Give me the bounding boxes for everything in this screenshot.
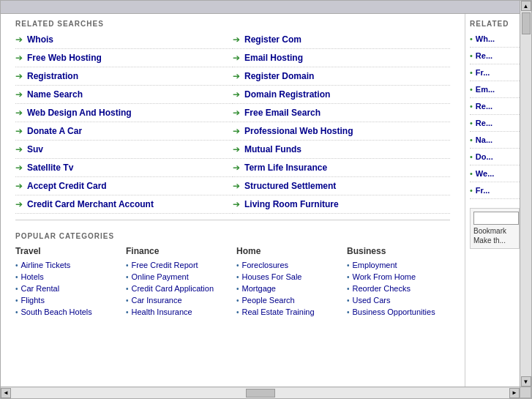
list-item: Used Cars: [347, 294, 450, 306]
real-estate-training-link[interactable]: Real Estate Training: [242, 307, 315, 316]
list-item: Online Payment: [126, 271, 229, 283]
employment-link[interactable]: Employment: [353, 261, 397, 269]
arrow-icon: ➔: [233, 144, 240, 154]
right-related-header: RELATED: [470, 14, 520, 31]
list-item: Hotels: [15, 271, 119, 283]
registration-link[interactable]: Registration: [27, 71, 78, 81]
south-beach-hotels-link[interactable]: South Beach Hotels: [21, 307, 92, 316]
list-item: People Search: [236, 294, 340, 306]
scroll-track: [11, 388, 509, 398]
mortgage-link[interactable]: Mortgage: [242, 284, 276, 293]
donate-car-link[interactable]: Donate A Car: [27, 126, 82, 136]
arrow-icon: ➔: [15, 34, 23, 45]
living-room-furniture-link[interactable]: Living Room Furniture: [244, 199, 339, 209]
term-life-insurance-link[interactable]: Term Life Insurance: [244, 163, 327, 173]
right-fr-link[interactable]: Fr...: [476, 68, 490, 77]
business-list: Employment Work From Home Reorder Checks…: [347, 259, 450, 318]
arrow-icon: ➔: [15, 126, 23, 136]
categories-grid: Travel Airline Tickets Hotels Car Rental…: [15, 246, 450, 318]
bookmark-box: Bookmark Make th...: [470, 208, 520, 249]
list-item: Credit Card Application: [126, 283, 229, 294]
mutual-funds-link[interactable]: Mutual Funds: [244, 144, 301, 154]
professional-web-hosting-link[interactable]: Professional Web Hosting: [244, 126, 353, 136]
work-from-home-link[interactable]: Work From Home: [353, 272, 416, 281]
bookmark-label: Bookmark Make th...: [473, 226, 516, 245]
list-item: Work From Home: [347, 271, 450, 283]
arrow-icon: •: [470, 68, 473, 77]
foreclosures-link[interactable]: Foreclosures: [242, 261, 289, 269]
arrow-icon: •: [470, 34, 473, 43]
suv-link[interactable]: Suv: [27, 144, 43, 154]
browser-window: RELATED SEARCHES ➔ Whois ➔ Free Web Host…: [0, 0, 532, 399]
used-cars-link[interactable]: Used Cars: [353, 296, 391, 305]
accept-credit-card-link[interactable]: Accept Credit Card: [27, 181, 107, 191]
vertical-scrollbar[interactable]: ▲ ▼: [520, 1, 531, 387]
people-search-link[interactable]: People Search: [242, 296, 295, 305]
free-credit-report-link[interactable]: Free Credit Report: [132, 261, 198, 269]
right-fr2-link[interactable]: Fr...: [476, 186, 490, 195]
whois-link[interactable]: Whois: [27, 34, 53, 45]
credit-card-merchant-link[interactable]: Credit Card Merchant Account: [27, 199, 154, 209]
right-re3-link[interactable]: Re...: [476, 119, 492, 127]
reorder-checks-link[interactable]: Reorder Checks: [353, 284, 411, 293]
list-item: ➔ Suv: [15, 141, 233, 159]
satellite-tv-link[interactable]: Satellite Tv: [27, 163, 73, 173]
business-opportunities-link[interactable]: Business Opportunities: [353, 307, 435, 316]
related-searches-header: RELATED SEARCHES: [1, 14, 465, 31]
home-list: Foreclosures Houses For Sale Mortgage Pe…: [236, 259, 340, 318]
car-rental-link[interactable]: Car Rental: [21, 284, 60, 293]
right-em-link[interactable]: Em...: [476, 85, 495, 94]
free-web-hosting-link[interactable]: Free Web Hosting: [27, 53, 102, 63]
left-panel: RELATED SEARCHES ➔ Whois ➔ Free Web Host…: [1, 14, 465, 387]
car-insurance-link[interactable]: Car Insurance: [132, 296, 182, 305]
right-do-link[interactable]: Do...: [476, 152, 493, 161]
list-item: • Re...: [470, 115, 520, 132]
hotels-link[interactable]: Hotels: [21, 272, 44, 281]
arrow-icon: ➔: [233, 163, 240, 173]
list-item: ➔ Satellite Tv: [15, 159, 233, 177]
scroll-left-button[interactable]: ◄: [1, 388, 11, 398]
list-item: ➔ Structured Settlement: [233, 177, 450, 195]
travel-title: Travel: [15, 246, 119, 256]
structured-settlement-link[interactable]: Structured Settlement: [244, 181, 336, 191]
right-wh-link[interactable]: Wh...: [476, 34, 495, 43]
section-divider: [15, 220, 450, 220]
list-item: Employment: [347, 259, 450, 271]
list-item: • We...: [470, 165, 520, 182]
houses-for-sale-link[interactable]: Houses For Sale: [242, 272, 302, 281]
right-re1-link[interactable]: Re...: [476, 51, 492, 60]
right-re2-link[interactable]: Re...: [476, 102, 492, 111]
list-item: Houses For Sale: [236, 271, 340, 283]
scroll-up-button[interactable]: ▲: [521, 1, 531, 11]
right-links-column: ➔ Register Com ➔ Email Hosting ➔ Registe…: [233, 31, 450, 214]
free-email-search-link[interactable]: Free Email Search: [244, 108, 321, 118]
health-insurance-link[interactable]: Health Insurance: [132, 307, 192, 316]
scroll-down-button[interactable]: ▼: [521, 376, 531, 387]
email-hosting-link[interactable]: Email Hosting: [244, 53, 303, 63]
domain-registration-link[interactable]: Domain Registration: [244, 89, 330, 100]
arrow-icon: •: [470, 51, 473, 60]
web-design-hosting-link[interactable]: Web Design And Hosting: [27, 108, 132, 118]
list-item: ➔ Domain Registration: [233, 86, 450, 104]
right-na-link[interactable]: Na...: [476, 135, 492, 144]
register-domain-link[interactable]: Register Domain: [244, 71, 314, 81]
scroll-thumb[interactable]: [522, 12, 531, 34]
airline-tickets-link[interactable]: Airline Tickets: [21, 261, 71, 269]
arrow-icon: ➔: [233, 34, 240, 45]
horizontal-scroll-thumb[interactable]: [246, 389, 275, 398]
list-item: South Beach Hotels: [15, 306, 119, 318]
register-com-link[interactable]: Register Com: [244, 34, 301, 45]
list-item: ➔ Register Com: [233, 31, 450, 49]
right-we-link[interactable]: We...: [476, 169, 494, 178]
name-search-link[interactable]: Name Search: [27, 89, 83, 100]
list-item: Free Credit Report: [126, 259, 229, 271]
credit-card-application-link[interactable]: Credit Card Application: [132, 284, 214, 293]
horizontal-scrollbar[interactable]: ◄ ►: [1, 387, 520, 398]
flights-link[interactable]: Flights: [21, 296, 45, 305]
online-payment-link[interactable]: Online Payment: [132, 272, 189, 281]
finance-title: Finance: [126, 246, 229, 256]
travel-category: Travel Airline Tickets Hotels Car Rental…: [15, 246, 119, 318]
bookmark-input[interactable]: [473, 212, 519, 225]
scroll-right-button[interactable]: ►: [509, 388, 520, 398]
arrow-icon: ➔: [15, 71, 23, 81]
